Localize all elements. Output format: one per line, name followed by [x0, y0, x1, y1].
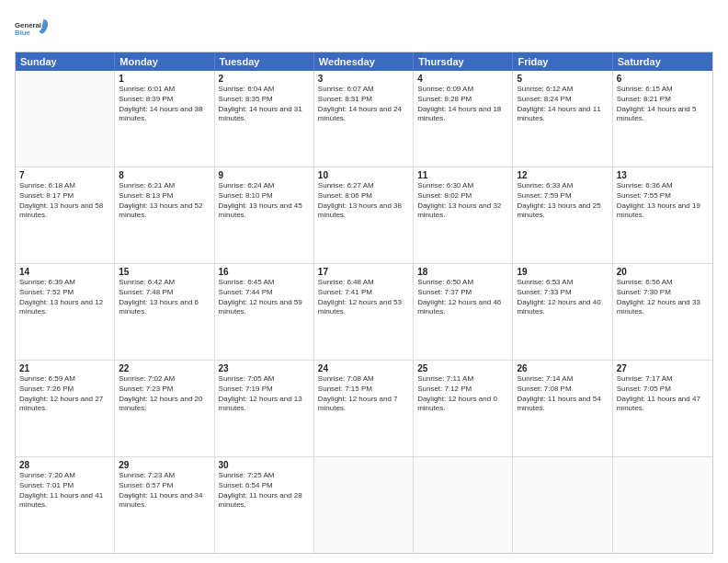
calendar-day-13: 13 Sunrise: 6:36 AM Sunset: 7:55 PM Dayl…	[613, 167, 712, 263]
calendar-day-25: 25 Sunrise: 7:11 AM Sunset: 7:12 PM Dayl…	[414, 361, 513, 456]
day-number: 23	[219, 363, 310, 373]
calendar-day-30: 30 Sunrise: 7:25 AM Sunset: 6:54 PM Dayl…	[215, 457, 314, 553]
calendar-day-11: 11 Sunrise: 6:30 AM Sunset: 8:02 PM Dayl…	[414, 167, 513, 263]
calendar-body: 1 Sunrise: 6:01 AM Sunset: 8:39 PM Dayli…	[16, 71, 712, 553]
cell-sunrise: Sunrise: 7:20 AM	[19, 471, 110, 481]
day-number: 11	[417, 170, 508, 180]
calendar-day-20: 20 Sunrise: 6:56 AM Sunset: 7:30 PM Dayl…	[613, 264, 712, 360]
cell-daylight: Daylight: 11 hours and 54 minutes.	[517, 395, 608, 415]
cell-daylight: Daylight: 13 hours and 32 minutes.	[417, 201, 508, 222]
cell-sunrise: Sunrise: 7:08 AM	[318, 374, 409, 385]
calendar-week-4: 21 Sunrise: 6:59 AM Sunset: 7:26 PM Dayl…	[16, 360, 712, 456]
logo: General Blue	[15, 13, 48, 46]
cell-sunset: Sunset: 7:52 PM	[19, 288, 110, 298]
day-number: 17	[318, 267, 409, 277]
calendar-day-26: 26 Sunrise: 7:14 AM Sunset: 7:08 PM Dayl…	[513, 361, 612, 456]
cell-daylight: Daylight: 14 hours and 31 minutes.	[219, 105, 310, 125]
cell-sunrise: Sunrise: 6:04 AM	[219, 85, 310, 95]
cell-daylight: Daylight: 12 hours and 27 minutes.	[19, 395, 110, 415]
cell-sunrise: Sunrise: 7:14 AM	[517, 374, 608, 385]
calendar-day-19: 19 Sunrise: 6:53 AM Sunset: 7:33 PM Dayl…	[513, 264, 612, 360]
calendar-week-3: 14 Sunrise: 6:39 AM Sunset: 7:52 PM Dayl…	[16, 263, 712, 360]
header-day-sunday: Sunday	[16, 52, 115, 71]
cell-sunrise: Sunrise: 6:45 AM	[219, 278, 310, 288]
cell-sunset: Sunset: 8:24 PM	[517, 95, 608, 105]
cell-sunset: Sunset: 7:08 PM	[517, 385, 608, 395]
cell-sunset: Sunset: 7:41 PM	[318, 288, 409, 298]
calendar-day-8: 8 Sunrise: 6:21 AM Sunset: 8:13 PM Dayli…	[115, 167, 214, 263]
cell-sunset: Sunset: 8:10 PM	[219, 191, 310, 201]
calendar-empty-cell	[613, 457, 712, 553]
day-number: 18	[417, 267, 508, 277]
calendar-empty-cell	[16, 71, 115, 167]
cell-daylight: Daylight: 11 hours and 28 minutes.	[219, 491, 310, 511]
cell-sunrise: Sunrise: 6:59 AM	[19, 374, 110, 385]
cell-sunset: Sunset: 7:48 PM	[119, 288, 210, 298]
cell-daylight: Daylight: 13 hours and 19 minutes.	[617, 201, 709, 222]
cell-sunset: Sunset: 6:57 PM	[119, 481, 210, 491]
cell-daylight: Daylight: 13 hours and 58 minutes.	[19, 201, 110, 222]
cell-sunrise: Sunrise: 6:27 AM	[318, 181, 409, 191]
calendar-empty-cell	[414, 457, 513, 553]
day-number: 1	[119, 74, 210, 84]
day-number: 2	[219, 74, 310, 84]
day-number: 7	[19, 170, 110, 180]
day-number: 16	[219, 267, 310, 277]
cell-sunrise: Sunrise: 6:30 AM	[417, 181, 508, 191]
day-number: 4	[417, 74, 508, 84]
day-number: 21	[19, 363, 110, 373]
day-number: 20	[617, 267, 709, 277]
cell-daylight: Daylight: 12 hours and 33 minutes.	[617, 298, 709, 318]
cell-sunrise: Sunrise: 6:50 AM	[417, 278, 508, 288]
calendar-day-21: 21 Sunrise: 6:59 AM Sunset: 7:26 PM Dayl…	[16, 361, 115, 456]
day-number: 25	[417, 363, 508, 373]
cell-sunset: Sunset: 8:02 PM	[417, 191, 508, 201]
cell-daylight: Daylight: 11 hours and 47 minutes.	[617, 395, 709, 415]
cell-sunset: Sunset: 7:33 PM	[517, 288, 608, 298]
cell-sunrise: Sunrise: 6:39 AM	[19, 278, 110, 288]
day-number: 30	[219, 460, 310, 470]
cell-sunset: Sunset: 7:59 PM	[517, 191, 608, 201]
calendar-day-17: 17 Sunrise: 6:48 AM Sunset: 7:41 PM Dayl…	[314, 264, 414, 360]
cell-sunrise: Sunrise: 6:56 AM	[617, 278, 709, 288]
cell-daylight: Daylight: 13 hours and 45 minutes.	[219, 201, 310, 222]
day-number: 8	[119, 170, 210, 180]
calendar-day-3: 3 Sunrise: 6:07 AM Sunset: 8:31 PM Dayli…	[314, 71, 414, 167]
cell-sunset: Sunset: 7:55 PM	[617, 191, 709, 201]
cell-daylight: Daylight: 12 hours and 59 minutes.	[219, 298, 310, 318]
calendar-day-27: 27 Sunrise: 7:17 AM Sunset: 7:05 PM Dayl…	[613, 361, 712, 456]
day-number: 28	[19, 460, 110, 470]
day-number: 6	[617, 74, 709, 84]
day-number: 19	[517, 267, 608, 277]
cell-sunrise: Sunrise: 6:07 AM	[318, 85, 409, 95]
cell-sunset: Sunset: 7:37 PM	[417, 288, 508, 298]
cell-sunset: Sunset: 7:30 PM	[617, 288, 709, 298]
cell-daylight: Daylight: 12 hours and 40 minutes.	[517, 298, 608, 318]
cell-sunrise: Sunrise: 6:24 AM	[219, 181, 310, 191]
calendar-day-28: 28 Sunrise: 7:20 AM Sunset: 7:01 PM Dayl…	[16, 457, 115, 553]
day-number: 22	[119, 363, 210, 373]
cell-sunset: Sunset: 8:39 PM	[119, 95, 210, 105]
calendar-day-12: 12 Sunrise: 6:33 AM Sunset: 7:59 PM Dayl…	[513, 167, 612, 263]
day-number: 14	[19, 267, 110, 277]
cell-daylight: Daylight: 14 hours and 5 minutes.	[617, 105, 709, 125]
logo-svg: General Blue	[15, 13, 48, 46]
cell-sunrise: Sunrise: 7:02 AM	[119, 374, 210, 385]
calendar-day-22: 22 Sunrise: 7:02 AM Sunset: 7:23 PM Dayl…	[115, 361, 214, 456]
cell-sunrise: Sunrise: 6:01 AM	[119, 85, 210, 95]
calendar-day-7: 7 Sunrise: 6:18 AM Sunset: 8:17 PM Dayli…	[16, 167, 115, 263]
cell-sunset: Sunset: 8:13 PM	[119, 191, 210, 201]
cell-daylight: Daylight: 11 hours and 41 minutes.	[19, 491, 110, 511]
cell-sunrise: Sunrise: 7:23 AM	[119, 471, 210, 481]
day-number: 10	[318, 170, 409, 180]
cell-sunset: Sunset: 7:01 PM	[19, 481, 110, 491]
calendar-day-2: 2 Sunrise: 6:04 AM Sunset: 8:35 PM Dayli…	[215, 71, 314, 167]
calendar-week-1: 1 Sunrise: 6:01 AM Sunset: 8:39 PM Dayli…	[16, 71, 712, 167]
cell-daylight: Daylight: 12 hours and 46 minutes.	[417, 298, 508, 318]
cell-sunrise: Sunrise: 6:12 AM	[517, 85, 608, 95]
day-number: 3	[318, 74, 409, 84]
calendar-empty-cell	[314, 457, 414, 553]
cell-sunrise: Sunrise: 6:36 AM	[617, 181, 709, 191]
header-day-wednesday: Wednesday	[314, 52, 414, 71]
day-number: 24	[318, 363, 409, 373]
